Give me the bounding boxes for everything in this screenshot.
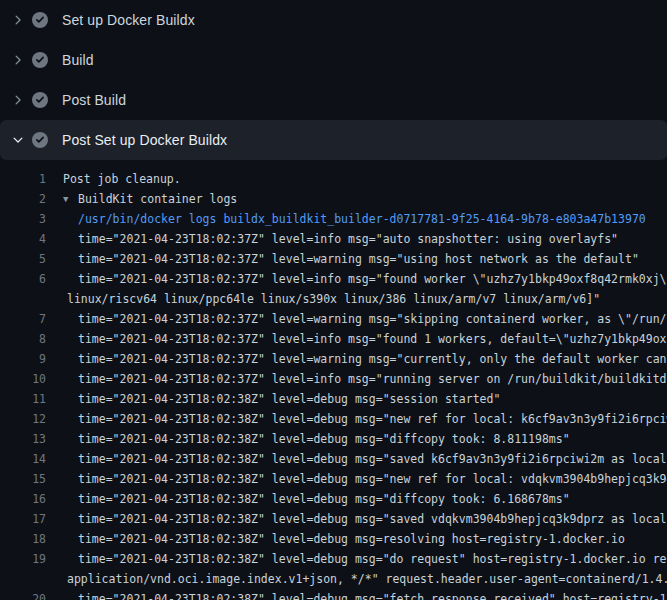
log-text: time="2021-04-23T18:02:38Z" level=debug …	[46, 589, 667, 600]
line-number[interactable]: 1	[0, 169, 46, 189]
log-line: 8 time="2021-04-23T18:02:37Z" level=info…	[0, 329, 667, 349]
group-toggle-icon[interactable]: ▼	[63, 189, 78, 209]
log-text: /usr/bin/docker logs buildx_buildkit_bui…	[46, 209, 646, 229]
log-text: time="2021-04-23T18:02:38Z" level=debug …	[46, 429, 570, 449]
line-number[interactable]: 17	[0, 509, 46, 529]
log-line: 18 time="2021-04-23T18:02:38Z" level=deb…	[0, 529, 667, 549]
log-line: 1 Post job cleanup.	[0, 169, 667, 189]
line-number[interactable]: 19	[0, 549, 46, 569]
line-number[interactable]: 13	[0, 429, 46, 449]
log-text: time="2021-04-23T18:02:37Z" level=warnin…	[46, 349, 667, 369]
log-line: 7 time="2021-04-23T18:02:37Z" level=warn…	[0, 309, 667, 329]
log-text: time="2021-04-23T18:02:37Z" level=info m…	[46, 229, 618, 249]
log-text: time="2021-04-23T18:02:38Z" level=debug …	[46, 469, 667, 489]
log-text: time="2021-04-23T18:02:38Z" level=debug …	[46, 509, 667, 529]
log-line: 9 time="2021-04-23T18:02:37Z" level=warn…	[0, 349, 667, 369]
log-text: time="2021-04-23T18:02:38Z" level=debug …	[46, 529, 625, 549]
log-line: 10 time="2021-04-23T18:02:37Z" level=inf…	[0, 369, 667, 389]
log-line: 4 time="2021-04-23T18:02:37Z" level=info…	[0, 229, 667, 249]
step-header-post-build[interactable]: Post Build	[0, 80, 667, 120]
log-line: 5 time="2021-04-23T18:02:37Z" level=warn…	[0, 249, 667, 269]
line-number[interactable]: 6	[0, 269, 46, 289]
log-text: time="2021-04-23T18:02:38Z" level=debug …	[46, 389, 500, 409]
line-number[interactable]: 7	[0, 309, 46, 329]
check-circle-icon	[32, 92, 48, 108]
log-line: 12 time="2021-04-23T18:02:38Z" level=deb…	[0, 409, 667, 429]
log-text: time="2021-04-23T18:02:38Z" level=debug …	[46, 489, 570, 509]
log-line: 3 /usr/bin/docker logs buildx_buildkit_b…	[0, 209, 667, 229]
chevron-right-icon	[12, 14, 24, 26]
step-label: Post Set up Docker Buildx	[62, 132, 227, 148]
log-text: time="2021-04-23T18:02:37Z" level=info m…	[46, 329, 667, 349]
step-header-post-set-up-docker-buildx[interactable]: Post Set up Docker Buildx	[0, 120, 667, 160]
group-title: BuildKit container logs	[78, 192, 237, 206]
line-number[interactable]: 2	[0, 189, 46, 209]
chevron-down-icon	[12, 134, 24, 146]
line-number[interactable]: 10	[0, 369, 46, 389]
log-line: 20 time="2021-04-23T18:02:38Z" level=deb…	[0, 589, 667, 600]
line-number[interactable]: 16	[0, 489, 46, 509]
log-text: time="2021-04-23T18:02:37Z" level=warnin…	[46, 309, 667, 329]
line-number[interactable]: 9	[0, 349, 46, 369]
log-line: 17 time="2021-04-23T18:02:38Z" level=deb…	[0, 509, 667, 529]
log-text: Post job cleanup.	[46, 169, 181, 189]
log-line: 16 time="2021-04-23T18:02:38Z" level=deb…	[0, 489, 667, 509]
chevron-right-icon	[12, 94, 24, 106]
line-number[interactable]	[0, 289, 46, 309]
log-line: 13 time="2021-04-23T18:02:38Z" level=deb…	[0, 429, 667, 449]
line-number[interactable]: 5	[0, 249, 46, 269]
log-text: application/vnd.oci.image.index.v1+json,…	[46, 569, 667, 589]
line-number[interactable]: 14	[0, 449, 46, 469]
log-line: 11 time="2021-04-23T18:02:38Z" level=deb…	[0, 389, 667, 409]
log-text: linux/riscv64 linux/ppc64le linux/s390x …	[46, 289, 600, 309]
line-number[interactable]: 3	[0, 209, 46, 229]
step-header-build[interactable]: Build	[0, 40, 667, 80]
workflow-log-viewer: Set up Docker Buildx Build P	[0, 0, 667, 600]
step-header-set-up-docker-buildx[interactable]: Set up Docker Buildx	[0, 0, 667, 40]
line-number[interactable]	[0, 569, 46, 589]
chevron-right-icon	[12, 54, 24, 66]
check-circle-icon	[32, 12, 48, 28]
log-text: time="2021-04-23T18:02:37Z" level=info m…	[46, 369, 667, 389]
check-circle-icon	[32, 132, 48, 148]
step-label: Set up Docker Buildx	[62, 12, 195, 28]
log-text: time="2021-04-23T18:02:37Z" level=warnin…	[46, 249, 639, 269]
line-number[interactable]: 11	[0, 389, 46, 409]
log-panel: 1 Post job cleanup. 2 ▼BuildKit containe…	[0, 160, 667, 600]
step-label: Post Build	[62, 92, 126, 108]
log-text: time="2021-04-23T18:02:37Z" level=info m…	[46, 269, 667, 289]
line-number[interactable]: 8	[0, 329, 46, 349]
log-text: time="2021-04-23T18:02:38Z" level=debug …	[46, 449, 667, 469]
log-text: time="2021-04-23T18:02:38Z" level=debug …	[46, 409, 667, 429]
line-number[interactable]: 15	[0, 469, 46, 489]
log-line: 14 time="2021-04-23T18:02:38Z" level=deb…	[0, 449, 667, 469]
log-text: ▼BuildKit container logs	[46, 189, 237, 209]
line-number[interactable]: 12	[0, 409, 46, 429]
line-number[interactable]: 4	[0, 229, 46, 249]
log-line: 15 time="2021-04-23T18:02:38Z" level=deb…	[0, 469, 667, 489]
log-line: 6 time="2021-04-23T18:02:37Z" level=info…	[0, 269, 667, 289]
steps-list: Set up Docker Buildx Build P	[0, 0, 667, 160]
log-line: linux/riscv64 linux/ppc64le linux/s390x …	[0, 289, 667, 309]
step-label: Build	[62, 52, 94, 68]
check-circle-icon	[32, 52, 48, 68]
log-line: 19 time="2021-04-23T18:02:38Z" level=deb…	[0, 549, 667, 569]
log-text: time="2021-04-23T18:02:38Z" level=debug …	[46, 549, 667, 569]
log-line: 2 ▼BuildKit container logs	[0, 189, 667, 209]
log-line: application/vnd.oci.image.index.v1+json,…	[0, 569, 667, 589]
line-number[interactable]: 18	[0, 529, 46, 549]
line-number[interactable]: 20	[0, 589, 46, 600]
